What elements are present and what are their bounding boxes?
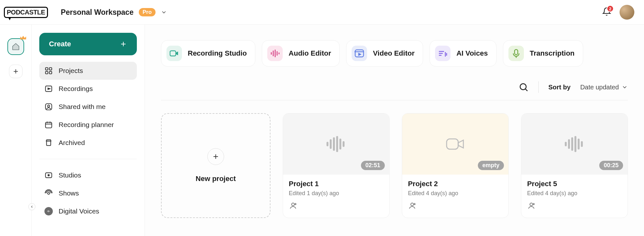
transcription-icon [508, 46, 524, 61]
tool-transcription[interactable]: Transcription [503, 40, 583, 67]
sidebar-divider [39, 159, 137, 159]
sidebar-item-digital-voices[interactable]: Digital Voices [39, 202, 137, 220]
svg-marker-9 [48, 88, 50, 89]
notifications-button[interactable]: 2 [602, 7, 611, 17]
svg-point-18 [48, 175, 49, 176]
project-card[interactable]: 00:25 Project 5 Edited 4 day(s) ago [521, 113, 628, 218]
tool-label: Transcription [530, 49, 574, 58]
shared-icon [44, 103, 53, 111]
share-user-icon[interactable] [408, 201, 416, 210]
sidebar-item-shows[interactable]: Shows [39, 184, 137, 202]
project-title: Project 1 [289, 180, 384, 188]
sidebar-item-label: Projects [59, 67, 83, 75]
left-rail [0, 25, 32, 236]
voice-icon [44, 207, 53, 215]
svg-rect-6 [45, 71, 48, 74]
trash-icon [44, 139, 53, 147]
tool-ai-voices[interactable]: AI Voices [430, 40, 496, 67]
project-card[interactable]: empty Project 2 Edited 4 day(s) ago [402, 113, 509, 218]
rail-add-button[interactable] [9, 65, 23, 78]
video-camera-icon [446, 137, 465, 151]
new-project-label: New project [196, 175, 236, 183]
share-user-icon[interactable] [289, 201, 297, 210]
tool-cards-row: Recording Studio Audio Editor Video Edit… [161, 40, 628, 67]
sidebar-item-label: Digital Voices [59, 207, 99, 215]
svg-marker-32 [359, 53, 361, 55]
svg-point-63 [530, 203, 533, 206]
svg-rect-48 [339, 139, 341, 150]
notification-count: 2 [607, 5, 614, 12]
svg-rect-38 [515, 50, 518, 55]
project-thumbnail: 02:51 [283, 113, 389, 175]
sort-by-selector[interactable]: Date updated [580, 84, 628, 91]
project-title: Project 5 [527, 180, 622, 188]
sidebar-item-planner[interactable]: Recording planner [39, 116, 137, 134]
share-user-icon[interactable] [527, 201, 535, 210]
svg-line-41 [525, 89, 527, 91]
sidebar-item-projects[interactable]: Projects [39, 62, 137, 80]
workspace-switcher[interactable]: Personal Workspace Pro [61, 8, 167, 17]
sort-by-label: Sort by [548, 84, 571, 91]
tool-audio-editor[interactable]: Audio Editor [262, 40, 340, 67]
chevron-left-icon [30, 205, 34, 209]
collapse-sidebar-button[interactable] [28, 203, 35, 210]
svg-rect-57 [565, 142, 567, 146]
plus-icon [119, 40, 127, 48]
list-controls: Sort by Date updated [161, 81, 628, 100]
divider [538, 81, 539, 93]
new-project-card[interactable]: New project [161, 113, 270, 218]
brand-logo[interactable]: PODCASTLE [4, 7, 48, 18]
tool-recording-studio[interactable]: Recording Studio [161, 40, 255, 67]
calendar-icon [44, 121, 53, 129]
svg-rect-16 [47, 141, 51, 146]
svg-rect-53 [447, 139, 458, 149]
tool-video-editor[interactable]: Video Editor [346, 40, 423, 67]
studio-icon [44, 171, 53, 179]
project-subtitle: Edited 4 day(s) ago [527, 190, 622, 197]
project-thumbnail: 00:25 [521, 113, 628, 175]
recording-icon [44, 85, 53, 93]
project-subtitle: Edited 1 day(s) ago [289, 190, 384, 197]
video-icon [352, 46, 367, 61]
rail-home-button[interactable] [7, 38, 24, 55]
sidebar-item-archived[interactable]: Archived [39, 134, 137, 152]
project-subtitle: Edited 4 day(s) ago [408, 190, 503, 197]
sidebar-item-label: Shared with me [59, 103, 106, 111]
svg-rect-12 [45, 122, 52, 128]
svg-rect-28 [277, 51, 278, 56]
svg-rect-46 [333, 137, 335, 151]
create-button[interactable]: Create [39, 33, 137, 55]
svg-point-19 [48, 192, 50, 195]
sort-by-value: Date updated [580, 84, 619, 91]
svg-rect-58 [568, 139, 570, 149]
svg-rect-44 [327, 142, 328, 146]
project-card[interactable]: 02:51 Project 1 Edited 1 day(s) ago [283, 113, 390, 218]
plan-badge: Pro [139, 8, 156, 16]
home-icon [12, 42, 20, 51]
svg-rect-49 [343, 141, 345, 147]
svg-point-11 [48, 105, 50, 107]
audio-wave-icon [267, 46, 283, 61]
broadcast-icon [44, 189, 53, 197]
project-thumbnail: empty [402, 113, 508, 175]
sidebar-item-label: Shows [59, 189, 79, 197]
sidebar-item-studios[interactable]: Studios [39, 166, 137, 184]
tool-label: AI Voices [456, 49, 488, 58]
tool-label: Audio Editor [289, 49, 331, 58]
content-area: Recording Studio Audio Editor Video Edit… [145, 25, 644, 236]
user-avatar[interactable] [620, 5, 634, 20]
svg-rect-7 [49, 71, 52, 74]
grid-icon [44, 67, 53, 75]
search-button[interactable] [518, 82, 529, 92]
sidebar-item-shared[interactable]: Shared with me [39, 98, 137, 116]
duration-badge: 02:51 [361, 161, 385, 170]
sidebar-item-recordings[interactable]: Recordings [39, 80, 137, 98]
svg-rect-29 [279, 52, 279, 54]
plus-circle-icon [207, 148, 224, 165]
sidebar-item-label: Recordings [59, 85, 93, 93]
svg-rect-45 [330, 139, 332, 149]
svg-rect-27 [275, 50, 276, 57]
svg-point-40 [520, 84, 526, 90]
svg-rect-60 [574, 136, 576, 152]
svg-rect-4 [45, 68, 48, 70]
